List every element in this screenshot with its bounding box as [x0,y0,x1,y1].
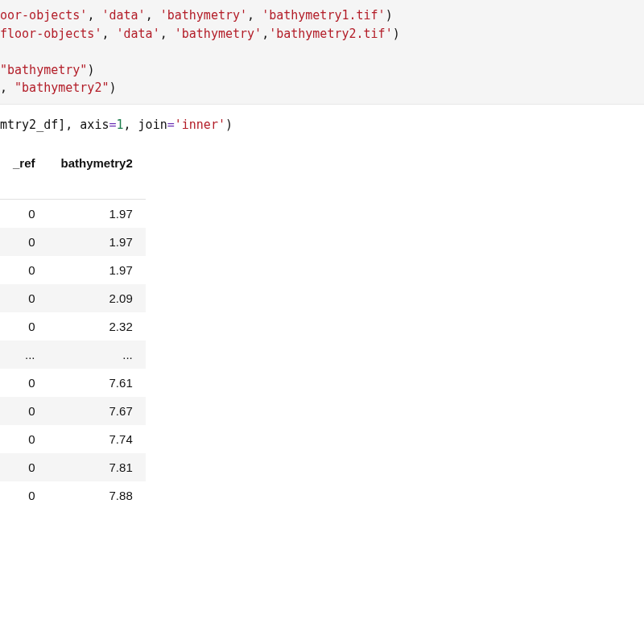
code-token: ) [225,118,233,132]
table-cell: 7.88 [48,481,146,510]
code-token: 'bathymetry1.tif' [262,8,386,23]
table-header-row: _ref bathymetry2 [0,148,146,179]
code-token: ) [386,8,393,23]
table-row: 02.32 [0,312,146,341]
table-cell: ... [48,341,146,369]
table-cell: 0 [0,200,48,229]
table-cell: 0 [0,312,48,341]
code-token: , [0,80,14,95]
table-cell: 2.32 [48,312,146,341]
table-row: 01.97 [0,256,146,284]
table-row: 07.67 [0,397,146,425]
code-token: , [101,27,116,41]
table-row: 02.09 [0,284,146,312]
code-token: , [262,27,269,41]
code-token: mtry2_df], axis [0,118,109,132]
code-token: oor-objects' [0,8,87,23]
code-token: "bathymetry" [0,63,87,77]
column-header: bathymetry2 [48,148,146,179]
dataframe-table: _ref bathymetry2 01.97 01.97 01.97 02.09… [0,148,146,510]
code-token: , [87,8,101,23]
code-token: ) [393,27,400,41]
code-token: 'inner' [175,118,225,132]
table-row-ellipsis: ...... [0,341,146,369]
code-token: 'data' [117,27,160,41]
table-cell: 0 [0,481,48,510]
table-cell: 7.81 [48,453,146,481]
code-token: , [146,8,160,23]
table-cell: 0 [0,453,48,481]
table-row: 07.74 [0,425,146,453]
table-cell: 0 [0,369,48,397]
code-token: floor-objects' [0,27,101,41]
dataframe-output: _ref bathymetry2 01.97 01.97 01.97 02.09… [0,145,644,510]
table-cell: 0 [0,397,48,425]
table-cell: 2.09 [48,284,146,312]
code-token: 'bathymetry2.tif' [269,27,393,41]
table-cell: 0 [0,425,48,453]
table-cell: 7.74 [48,425,146,453]
code-token: , [247,8,262,23]
code-token: , [160,27,175,41]
table-cell: ... [0,341,48,369]
code-token: 'data' [101,8,145,23]
table-header-spacer [0,179,146,200]
table-row: 07.61 [0,369,146,397]
column-header: _ref [0,148,48,179]
table-cell: 7.67 [48,397,146,425]
code-token: , join [124,118,167,132]
code-cell-2[interactable]: mtry2_df], axis=1, join='inner') [0,105,644,146]
table-row: 07.81 [0,453,146,481]
code-token: "bathymetry2" [14,80,109,95]
table-row: 01.97 [0,200,146,229]
table-row: 07.88 [0,481,146,510]
code-token: ) [87,63,94,77]
table-cell: 1.97 [48,256,146,284]
code-token: ) [109,80,116,95]
table-cell: 7.61 [48,369,146,397]
table-cell: 0 [0,284,48,312]
code-token: 'bathymetry' [160,8,247,23]
table-row: 01.97 [0,228,146,256]
code-token: 1 [117,118,124,132]
table-cell: 1.97 [48,228,146,256]
table-cell: 1.97 [48,200,146,229]
code-token: = [109,118,116,132]
table-cell: 0 [0,256,48,284]
code-cell-1[interactable]: oor-objects', 'data', 'bathymetry', 'bat… [0,0,644,105]
table-cell: 0 [0,228,48,256]
code-token: 'bathymetry' [175,27,262,41]
code-token: = [167,118,175,132]
